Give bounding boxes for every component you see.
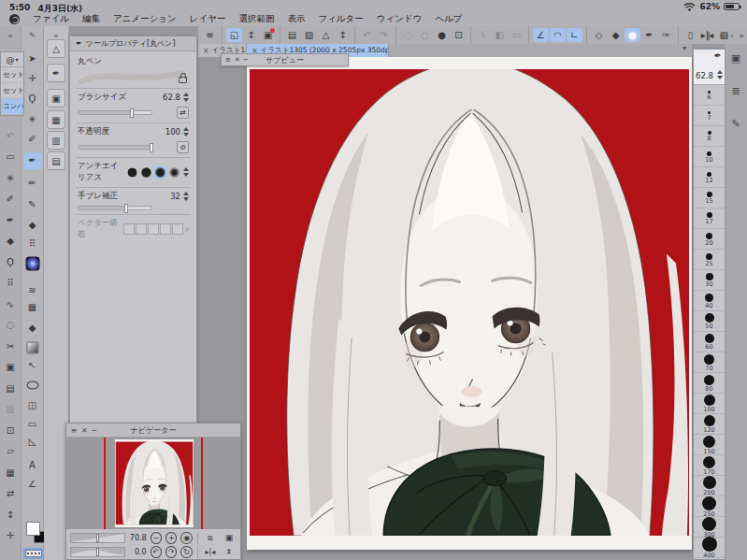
navigator-titlebar[interactable]: ≡✕─ ナビゲーター <box>66 424 240 438</box>
quick-access-set-1[interactable]: セット1 <box>1 67 23 83</box>
transparent-color-swatch[interactable] <box>25 550 42 557</box>
subtool-save[interactable]: ▣ <box>47 89 65 108</box>
transform-edge[interactable]: ⊡ <box>3 424 19 438</box>
fill-off[interactable]: ◧ <box>492 28 508 42</box>
fliph-edge[interactable]: ⇄ <box>3 486 19 500</box>
duplicate-edge[interactable]: ▤ <box>3 381 19 395</box>
brush-size-option-80[interactable]: 80 <box>694 373 725 394</box>
material-panel[interactable]: ≣ <box>731 85 740 97</box>
frame-off[interactable]: ▭ <box>509 28 524 42</box>
rotate-left[interactable]: ↶ <box>151 546 162 558</box>
skew-edge[interactable]: ▱ <box>3 444 19 458</box>
menu-item-8[interactable]: ヘルプ <box>435 13 462 25</box>
page-view[interactable]: ▯ <box>682 28 698 42</box>
brush-size-option-8[interactable]: 8 <box>694 126 725 147</box>
curve-edge[interactable]: ∿ <box>3 297 19 311</box>
wand-edge[interactable]: ✳ <box>3 171 19 185</box>
opacity-stepper[interactable] <box>183 127 189 136</box>
eraser-command[interactable]: ◆ <box>608 28 624 42</box>
move-edge[interactable]: ✛ <box>3 528 19 542</box>
invert-selection[interactable]: ○ <box>417 28 433 42</box>
tool-eyedropper[interactable]: ✐ <box>24 132 40 146</box>
menu-item-3[interactable]: レイヤー <box>190 13 226 25</box>
zoom-out[interactable]: − <box>151 532 162 544</box>
zoom-slider[interactable] <box>70 533 125 543</box>
subtool-notebook[interactable]: ▤ <box>47 151 65 170</box>
panel-chevron-1[interactable]: » <box>719 31 725 40</box>
vector-snap-option-3[interactable] <box>160 223 171 235</box>
vector-snap-option-0[interactable] <box>123 223 135 235</box>
tool-figure[interactable]: ▭ <box>24 417 40 431</box>
brush-size-option-17[interactable]: 17 <box>694 208 725 229</box>
mesh-edge[interactable]: ▦ <box>3 466 19 480</box>
stabilization-stepper[interactable] <box>183 192 189 201</box>
brush-size-option-200[interactable]: 200 <box>694 476 725 496</box>
stabilization-value[interactable]: 32 <box>170 192 180 201</box>
deselect[interactable]: ◌ <box>400 28 416 42</box>
brush-size-option-40[interactable]: 40 <box>694 291 725 311</box>
tool-property-header[interactable]: ✒ ツールプロパティ[丸ペン] <box>70 36 196 51</box>
toolbar-collapse-chevron[interactable]: ▾ <box>682 44 686 52</box>
soft-brush[interactable]: ● <box>625 28 640 42</box>
curve-pen-command[interactable]: ✑ <box>658 28 674 42</box>
tool-operation[interactable]: ➤ <box>24 51 40 65</box>
brush-size-option-15[interactable]: 15 <box>694 188 725 208</box>
brush-size-option-400[interactable]: 400 <box>694 538 725 558</box>
navigator-preview[interactable] <box>66 438 240 529</box>
rotate-reset[interactable]: ↻ <box>180 546 192 558</box>
lock-icon[interactable] <box>179 77 187 83</box>
eraser-edge[interactable]: ◆ <box>3 234 19 248</box>
tool-eraser[interactable]: ◆ <box>24 218 40 232</box>
vector-snap-more[interactable]: › <box>186 224 189 234</box>
rotation-slider[interactable] <box>70 547 125 557</box>
tool-airbrush[interactable]: ⠿ <box>24 237 40 251</box>
foreground-color-swatch[interactable] <box>26 522 40 536</box>
antialias-level-2[interactable] <box>154 166 166 179</box>
opacity-dynamics-button[interactable]: ⊘ <box>177 141 189 153</box>
actual-size[interactable]: ▣ <box>222 531 237 545</box>
paste-edge[interactable]: ▥ <box>3 402 19 416</box>
brush-size-dynamics-button[interactable]: ⇄ <box>177 107 189 119</box>
fit-to-screen[interactable]: ⧈ <box>203 531 218 545</box>
antialias-level-3[interactable] <box>168 166 180 179</box>
canvas-document[interactable] <box>247 57 692 550</box>
rail-a-collapse-icon[interactable]: « <box>7 31 13 40</box>
snap-special[interactable]: ∟ <box>567 28 582 42</box>
brush-size-option-10[interactable]: 10 <box>694 147 725 167</box>
quick-access-header[interactable]: @▾ <box>1 52 23 67</box>
selection-fill[interactable]: ● <box>434 28 450 42</box>
tool-pen[interactable]: ✒ <box>23 152 41 169</box>
brush-size-option-60[interactable]: 60 <box>694 332 725 352</box>
crop[interactable]: ⊡ <box>451 28 467 42</box>
opacity-value[interactable]: 100 <box>165 127 180 136</box>
tool-text[interactable]: A <box>24 458 40 472</box>
tool-move[interactable]: ✛ <box>24 71 40 85</box>
menu-item-2[interactable]: アニメーション <box>113 13 177 25</box>
brush-size-option-6[interactable]: 6 <box>694 85 725 106</box>
tool-balloon[interactable] <box>24 379 40 393</box>
menu-item-4[interactable]: 選択範囲 <box>238 13 274 25</box>
tool-decoration[interactable] <box>24 257 40 271</box>
marquee[interactable]: ▭ <box>3 150 19 164</box>
select-circle-edge[interactable]: ◌ <box>3 318 19 332</box>
brush-size-option-300[interactable]: 300 <box>694 517 725 538</box>
menu-item-5[interactable]: 表示 <box>287 13 305 25</box>
subtool-pen-settings[interactable]: ✒ <box>47 64 65 82</box>
tool-pencil[interactable]: ✏ <box>24 176 40 190</box>
subtool-ruler[interactable]: △ <box>47 39 65 58</box>
antialias-stepper[interactable] <box>183 167 189 177</box>
brush-size-option-7[interactable]: 7 <box>694 106 725 126</box>
undo-edge[interactable]: ↶ <box>3 129 19 143</box>
brush-size-option-150[interactable]: 150 <box>694 435 725 455</box>
vector-snap-option-2[interactable] <box>148 223 159 235</box>
tool-fill[interactable]: ◆ <box>24 321 40 335</box>
subtool-grid[interactable]: ▦ <box>47 110 65 129</box>
zoom-in[interactable]: + <box>165 532 177 544</box>
flip-horizontal-view[interactable]: ▸|◂ <box>203 545 218 559</box>
redo[interactable]: ↷ <box>376 28 392 42</box>
lasso-edge[interactable]: Ϙ <box>3 255 19 269</box>
panel-chevron-2[interactable]: ‹ <box>730 31 734 40</box>
menu-item-6[interactable]: フィルター <box>318 13 363 25</box>
vector-snap-option-1[interactable] <box>136 223 147 235</box>
snap-curve[interactable]: ◠ <box>550 28 566 42</box>
